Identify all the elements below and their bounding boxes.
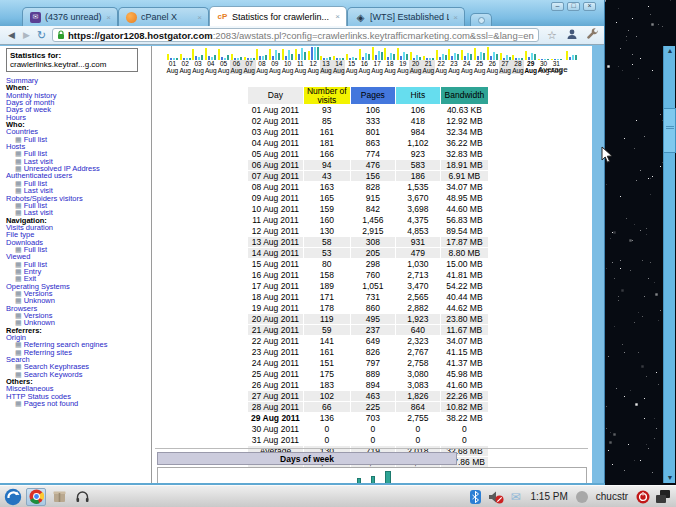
sidebar-item-days-of-week[interactable]: Days of week xyxy=(6,106,151,113)
bar xyxy=(525,51,527,60)
close-button[interactable]: × xyxy=(583,2,596,11)
section-divider xyxy=(155,448,588,449)
sidebar-item-hours[interactable]: Hours xyxy=(6,114,151,121)
bar xyxy=(218,49,220,60)
cell-value: 2,882 xyxy=(396,303,440,313)
cell-value: 32.34 MB xyxy=(441,127,488,137)
cell-value: 53 xyxy=(304,248,350,258)
tab-close-icon[interactable]: × xyxy=(335,12,340,21)
forward-button[interactable]: ▶ xyxy=(19,30,34,40)
bar xyxy=(275,50,277,60)
table-row-05: 05 Aug 201116677492332.83 MB xyxy=(248,149,488,159)
cell-value: 44.60 MB xyxy=(441,204,488,214)
maximize-button[interactable]: □ xyxy=(567,2,580,11)
list-icon: ▦ xyxy=(15,202,22,209)
bar xyxy=(500,53,502,60)
table-row-08: 08 Aug 20111638281,53534.07 MB xyxy=(248,182,488,192)
show-desktop-icon[interactable] xyxy=(655,489,671,505)
chrome-taskbar-button[interactable] xyxy=(26,488,46,506)
col-header-day: Day xyxy=(248,87,303,104)
table-row-17: 17 Aug 20111891,0513,47054.22 MB xyxy=(248,281,488,291)
cell-value: 931 xyxy=(396,237,440,247)
vertical-scrollbar[interactable]: ▲ ▼ xyxy=(663,46,675,483)
start-menu-button[interactable] xyxy=(3,488,23,506)
cell-value: 45.98 MB xyxy=(441,369,488,379)
cell-day: 11 Aug 2011 xyxy=(248,215,303,225)
scrollbar-thumb[interactable] xyxy=(664,108,676,153)
back-button[interactable]: ◀ xyxy=(4,30,19,40)
cell-day: 27 Aug 2011 xyxy=(248,391,303,401)
day-bars-11 xyxy=(294,47,307,60)
day-bars-03 xyxy=(192,47,205,60)
url-text: https://gator1208.hostgator.com:2083/aws… xyxy=(68,30,534,41)
cell-value: 136 xyxy=(304,413,350,423)
sidebar-item-label: Referring sites xyxy=(24,348,72,357)
table-row-28: 28 Aug 20116622586410.82 MB xyxy=(248,402,488,412)
cell-value: 703 xyxy=(351,413,395,423)
cell-value: 0 xyxy=(351,424,395,434)
scroll-up-arrow[interactable]: ▲ xyxy=(664,46,676,56)
sidebar-item-pages-not-found[interactable]: ▦Pages not found xyxy=(6,400,151,407)
day-label-03: 03Aug xyxy=(192,60,205,74)
list-icon: ▦ xyxy=(15,290,22,297)
tab-2[interactable]: cPanel X× xyxy=(118,7,209,26)
days-of-month-table: Day Number of visits Pages Hits Bandwidt… xyxy=(247,86,489,468)
cell-value: 106 xyxy=(396,105,440,115)
bar xyxy=(308,51,310,60)
cell-day: 13 Aug 2011 xyxy=(248,237,303,247)
cell-value: 0 xyxy=(441,424,488,434)
cell-value: 56.83 MB xyxy=(441,215,488,225)
new-tab-button[interactable] xyxy=(470,13,492,26)
sidebar-item-full-list[interactable]: ▦Full list xyxy=(6,136,151,143)
day-label-13: 13Aug xyxy=(320,60,333,74)
cell-day: 16 Aug 2011 xyxy=(248,270,303,280)
tab-1[interactable]: ✉(4376 unread) - ca8567 ...× xyxy=(22,7,118,26)
list-icon: ▦ xyxy=(15,261,22,268)
table-row-25: 25 Aug 20111758893,08045.98 MB xyxy=(248,369,488,379)
day-bars-14 xyxy=(332,47,345,60)
user-avatar[interactable] xyxy=(576,491,588,503)
cell-value: 3,083 xyxy=(396,380,440,390)
table-row-20: 20 Aug 20111194951,92323.80 MB xyxy=(248,314,488,324)
bar xyxy=(403,52,405,60)
bluetooth-icon[interactable] xyxy=(468,489,484,505)
address-bar[interactable]: https://gator1208.hostgator.com:2083/aws… xyxy=(52,28,539,42)
tab-close-icon[interactable]: × xyxy=(453,13,458,22)
cell-value: 774 xyxy=(351,149,395,159)
scroll-down-arrow[interactable]: ▼ xyxy=(664,473,676,483)
cell-day: 25 Aug 2011 xyxy=(248,369,303,379)
volume-muted-icon[interactable] xyxy=(488,489,504,505)
mail-tray-icon[interactable]: ✉ xyxy=(508,489,524,505)
day-bars-31 xyxy=(550,47,563,60)
tab-close-icon[interactable]: × xyxy=(106,13,111,22)
bookmark-star-icon[interactable]: ☆ xyxy=(545,29,559,42)
reload-button[interactable]: ↻ xyxy=(34,29,49,42)
tab-3[interactable]: cPStatistics for crawlerlin...× xyxy=(209,6,347,26)
mail-icon: ✉ xyxy=(30,12,41,23)
day-bars-29 xyxy=(524,47,537,60)
cell-day: 07 Aug 2011 xyxy=(248,171,303,181)
cell-value: 93 xyxy=(304,105,350,115)
package-manager-icon[interactable] xyxy=(49,488,69,506)
cell-value: 864 xyxy=(396,402,440,412)
clock[interactable]: 1:15 PM xyxy=(531,491,568,502)
updater-icon[interactable] xyxy=(635,489,651,505)
day-label-09: 09Aug xyxy=(268,60,281,74)
title-bar[interactable]: – □ × ✉(4376 unread) - ca8567 ...×cPanel… xyxy=(0,0,604,26)
cell-value: 102 xyxy=(304,391,350,401)
cell-value: 237 xyxy=(351,325,395,335)
profile-icon[interactable] xyxy=(565,28,579,42)
tab-4[interactable]: ◈[WTS] Established Link ...× xyxy=(347,7,465,26)
cell-value: 94 xyxy=(304,160,350,170)
minimize-button[interactable]: – xyxy=(551,2,564,11)
tab-close-icon[interactable]: × xyxy=(197,13,202,22)
cell-value: 333 xyxy=(351,116,395,126)
wrench-menu-icon[interactable] xyxy=(585,28,599,43)
col-header-bandwidth: Bandwidth xyxy=(441,87,488,104)
headphones-icon[interactable] xyxy=(72,488,92,506)
cell-value: 1,102 xyxy=(396,138,440,148)
bar xyxy=(295,49,297,60)
cpanel-icon xyxy=(126,12,137,23)
day-bars-18 xyxy=(384,47,397,60)
bar xyxy=(397,48,399,60)
